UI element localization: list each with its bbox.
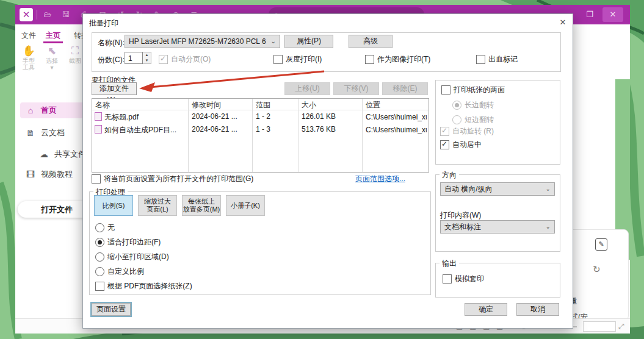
col-header-location[interactable]: 位置: [366, 100, 380, 110]
flip-short-edge-radio: 短边翻转: [452, 115, 494, 125]
advanced-button[interactable]: 高级: [349, 35, 393, 48]
video-icon: 🎞: [25, 166, 36, 182]
sidebar-item-home[interactable]: ⌂ 首页: [20, 102, 85, 118]
open-folder-icon[interactable]: 🗁: [41, 10, 54, 20]
cloud-share-icon: ☁: [38, 146, 49, 162]
hand-tool-button[interactable]: ✋ 手型 工具: [18, 45, 40, 71]
files-table: 名称 修改时间 范围 大小 位置 无标题.pdf 2024-06-21 ... …: [92, 98, 429, 173]
tab-booklet[interactable]: 小册子(K): [226, 195, 265, 216]
orientation-dropdown[interactable]: 自动 横向/纵向 ⌄: [440, 182, 555, 196]
tab-shrink-oversized[interactable]: 缩放过大 页面(L): [138, 195, 177, 216]
printer-name-label: 名称(N):: [98, 38, 125, 48]
refresh-icon[interactable]: ↻: [593, 264, 601, 275]
bleed-marks-checkbox[interactable]: 出血标记: [476, 54, 518, 65]
table-header-row: 名称 修改时间 范围 大小 位置: [92, 99, 429, 110]
col-header-modified[interactable]: 修改时间: [192, 100, 221, 110]
remove-button: 移除(E): [382, 82, 428, 95]
printer-name-dropdown[interactable]: HP LaserJet MFP M72625-M72630 PCL 6 ⌄: [125, 35, 280, 48]
chevron-down-icon: ⌄: [546, 221, 551, 233]
choose-paper-by-pdf-checkbox[interactable]: 根据 PDF页面选择纸张(Z): [95, 281, 192, 291]
chevron-down-icon: ⌄: [546, 183, 551, 195]
print-content-dropdown[interactable]: 文档和标注 ⌄: [440, 220, 555, 234]
chevron-down-icon: ⌄: [271, 35, 276, 48]
flip-long-edge-radio: 长边翻转: [452, 100, 494, 110]
close-window-button[interactable]: ✕: [602, 7, 623, 22]
hand-icon: ✋: [18, 45, 40, 57]
output-section-label: 输出: [440, 259, 459, 269]
zoom-level-box[interactable]: [583, 321, 616, 332]
table-row[interactable]: 如何自动生成PDF目... 2024-06-21 ... 1 - 3 513.7…: [92, 124, 429, 136]
tab-scale[interactable]: 比例(S): [94, 195, 133, 216]
ok-button[interactable]: 确定: [465, 303, 507, 316]
titlebar-divider: [37, 10, 37, 20]
col-header-range[interactable]: 范围: [256, 100, 270, 110]
auto-rotate-checkbox: 自动旋转 (R): [440, 126, 494, 137]
copies-input[interactable]: 1: [125, 52, 143, 64]
copies-stepper[interactable]: ▲▼: [143, 52, 151, 64]
grayscale-checkbox[interactable]: 灰度打印(I): [273, 54, 322, 65]
tab-multiple-per-sheet[interactable]: 每张纸上 放置多页(M): [182, 195, 221, 216]
restore-button[interactable]: ❐: [579, 7, 600, 22]
home-icon: ⌂: [25, 102, 36, 118]
collate-checkbox: 自动分页(O): [159, 54, 211, 65]
edit-pencil-icon[interactable]: ✎: [595, 238, 607, 251]
auto-center-checkbox[interactable]: 自动居中: [440, 140, 482, 150]
col-header-name[interactable]: 名称: [95, 100, 110, 110]
menu-tab-file[interactable]: 文件: [19, 29, 38, 41]
save-icon[interactable]: 🖫: [59, 10, 73, 20]
move-down-button: 下移(V): [333, 82, 379, 95]
radio-reduce-to-printable[interactable]: 缩小至打印区域(D): [95, 252, 169, 262]
copies-label: 份数(C):: [98, 55, 125, 65]
printer-properties-button[interactable]: 属性(P): [284, 35, 333, 48]
cloud-doc-icon: 🗎: [25, 125, 36, 141]
radio-custom-scale[interactable]: 自定义比例: [95, 266, 144, 277]
menu-tab-home[interactable]: 主页: [43, 29, 63, 43]
page-range-options-link[interactable]: 页面范围选项...: [355, 174, 405, 184]
foxit-logo-icon: ✕: [20, 8, 33, 21]
red-annotation-arrow: [132, 66, 333, 96]
dialog-title: 批量打印: [89, 18, 118, 29]
pdf-file-icon: [95, 125, 102, 134]
select-cursor-icon: ⬉: [41, 45, 63, 57]
batch-print-dialog: 批量打印 ✕ 名称(N): HP LaserJet MFP M72625-M72…: [82, 13, 573, 329]
orientation-section-label: 方向: [440, 170, 459, 180]
print-as-image-checkbox[interactable]: 作为图像打印(T): [365, 54, 430, 65]
fullscreen-icon[interactable]: ⤢: [618, 321, 624, 331]
sidebar-item-video-tutorials[interactable]: 🎞 视频教程: [20, 166, 85, 182]
cancel-button[interactable]: 取消: [516, 303, 559, 316]
simulate-overprint-checkbox[interactable]: 模拟套印: [443, 274, 484, 284]
chevron-down-icon: ▾: [41, 64, 63, 71]
print-content-label: 打印内容(W): [440, 210, 481, 221]
add-files-button[interactable]: 添加文件(A)...: [92, 82, 137, 95]
select-tool-button[interactable]: ⬉ 选择 ▾: [41, 45, 63, 71]
table-row[interactable]: 无标题.pdf 2024-06-21 ... 1 - 2 126.01 KB C…: [92, 111, 429, 123]
col-header-size[interactable]: 大小: [302, 100, 316, 110]
print-both-sides-checkbox[interactable]: 打印纸张的两面: [441, 85, 505, 95]
dialog-close-icon[interactable]: ✕: [557, 16, 569, 29]
pdf-file-icon: [95, 112, 102, 121]
radio-fit-margins[interactable]: 适合打印边距(F): [95, 237, 161, 248]
page-setup-button[interactable]: 页面设置: [92, 303, 131, 316]
use-current-range-checkbox[interactable]: 将当前页面设置为所有打开文件的打印范围(G): [92, 174, 253, 184]
radio-none[interactable]: 无: [95, 223, 115, 233]
sidebar-item-cloud-docs[interactable]: 🗎 云文档: [20, 125, 85, 141]
